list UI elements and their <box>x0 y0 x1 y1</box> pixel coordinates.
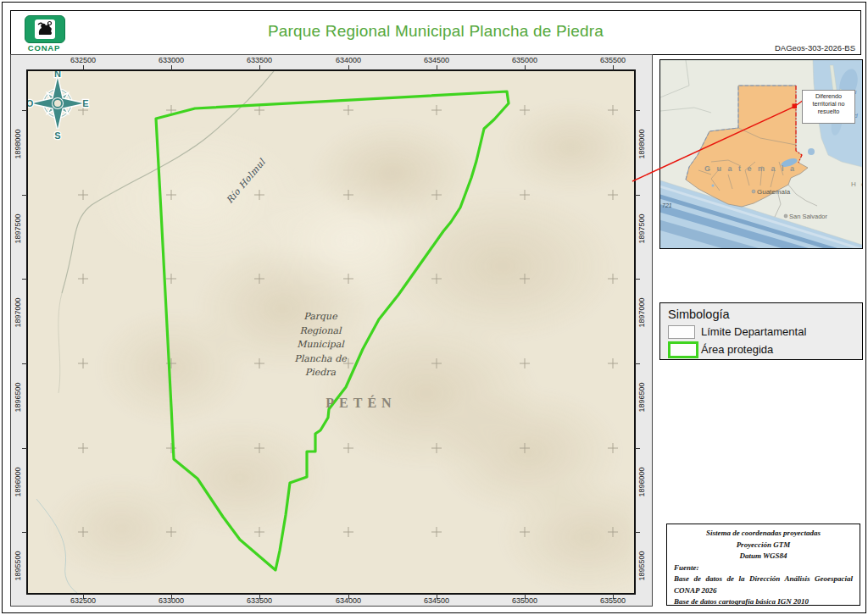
inset-country-label: G u a t e m a l a <box>704 164 797 173</box>
grid-coordinate-label: 1896000 <box>637 458 646 506</box>
grid-tick <box>348 65 349 70</box>
compass-west-label: O <box>28 98 34 108</box>
grid-tick <box>635 195 640 196</box>
grid-coordinate-label: 633000 <box>159 56 184 64</box>
inset-city-label: Guatemala <box>757 188 791 196</box>
river-line-faint <box>58 293 62 393</box>
inset-locator-map: G u a t e m a l a Guatemala San Salvador… <box>659 59 863 249</box>
projection-line: Proyección GTM <box>674 540 853 551</box>
main-map: N E S O Río Holmul Parque Regional Munic… <box>28 71 634 593</box>
stream-line <box>36 499 77 593</box>
crs-line: Sistema de coordenadas proyectadas <box>674 528 853 540</box>
grid-coordinate-label: 633500 <box>247 56 272 64</box>
inset-honduras-label: H o <box>851 180 862 188</box>
grid-tick <box>22 279 27 280</box>
grid-tick <box>22 110 27 111</box>
department-name-label: PETÉN <box>293 396 429 411</box>
inset-guatemala-city-dot <box>752 190 755 193</box>
grid-coordinate-label: 1897000 <box>14 289 22 336</box>
grid-coordinate-label: 634500 <box>424 56 449 64</box>
grid-tick <box>635 532 640 533</box>
inset-san-salvador-dot <box>784 214 787 218</box>
compass-north-label: N <box>54 71 61 79</box>
grid-coordinate-label: 635500 <box>600 56 626 64</box>
inset-depth-label: 721 <box>662 202 672 208</box>
grid-tick <box>22 363 27 364</box>
protected-area-swatch <box>668 341 698 358</box>
grid-coordinate-label: 1897500 <box>637 205 646 252</box>
grid-tick <box>22 195 27 196</box>
territorial-dispute-callout: Diferendo territorial no resuelto <box>802 90 855 124</box>
grid-coordinate-label: 1895500 <box>637 542 646 590</box>
compass-east-label: E <box>82 98 88 108</box>
header: CONAP Parque Regional Municipal Plancha … <box>10 10 861 55</box>
grid-tick <box>635 448 640 449</box>
legend-item-label: Área protegida <box>701 343 773 356</box>
grid-tick <box>613 65 614 70</box>
grid-coordinate-label: 1895500 <box>14 542 22 590</box>
grid-tick <box>437 65 437 70</box>
grid-tick <box>635 110 640 111</box>
compass-rose: N E S O <box>28 71 90 141</box>
grid-tick <box>259 65 260 70</box>
conap-logo-text: CONAP <box>19 43 70 53</box>
grid-coordinate-label: 635000 <box>512 596 537 605</box>
grid-coordinate-label: 1896500 <box>637 374 646 421</box>
grid-coordinate-label: 1898000 <box>637 120 646 168</box>
grid-coordinate-label: 1898000 <box>14 120 22 168</box>
grid-tick <box>635 279 640 280</box>
legend: Simbología Límite Departamental Área pro… <box>659 302 863 360</box>
inset-san-salvador-label: San Salvador <box>789 213 828 220</box>
grid-tick <box>83 65 84 70</box>
source-line-2: Base de datos cartografía básica IGN 201… <box>674 596 853 608</box>
grid-coordinate-label: 632500 <box>70 596 96 605</box>
source-line-1: Base de datos de la Dirección Análisis G… <box>674 573 853 596</box>
datum-line: Datum WGS84 <box>674 551 853 562</box>
grid-coordinate-label: 634500 <box>424 596 449 605</box>
credits-box: Sistema de coordenadas proyectadas Proye… <box>666 524 860 606</box>
page-title: Parque Regional Municipal Plancha de Pie… <box>11 22 860 41</box>
compass-south-label: S <box>54 130 60 141</box>
grid-tick <box>22 532 27 533</box>
grid-coordinate-label: 1896000 <box>14 458 22 506</box>
map-document-page: CONAP Parque Regional Municipal Plancha … <box>0 0 868 615</box>
grid-coordinate-label: 634000 <box>336 596 361 605</box>
grid-coordinate-label: 632500 <box>70 56 96 64</box>
protected-area-name-label: Parque Regional Municipal Plancha de Pie… <box>257 310 384 380</box>
legend-item-label: Límite Departamental <box>701 325 806 338</box>
legend-title: Simbología <box>668 308 730 321</box>
departmental-boundary-swatch <box>668 325 695 339</box>
document-code: DAGeos-303-2026-BS <box>775 43 855 53</box>
grid-coordinate-label: 635000 <box>512 56 537 64</box>
grid-coordinate-label: 635500 <box>600 596 626 605</box>
grid-coordinate-label: 1896500 <box>14 374 22 421</box>
fuente-label: Fuente: <box>674 562 853 574</box>
grid-coordinate-label: 634000 <box>336 56 361 64</box>
grid-tick <box>22 448 27 449</box>
grid-tick <box>525 65 526 70</box>
grid-coordinate-label: 1897000 <box>637 289 646 336</box>
grid-coordinate-label: 1897500 <box>14 205 22 252</box>
grid-coordinate-label: 633500 <box>247 596 272 605</box>
grid-coordinate-label: 633000 <box>159 596 184 605</box>
grid-tick <box>171 65 172 70</box>
grid-tick <box>635 363 640 364</box>
